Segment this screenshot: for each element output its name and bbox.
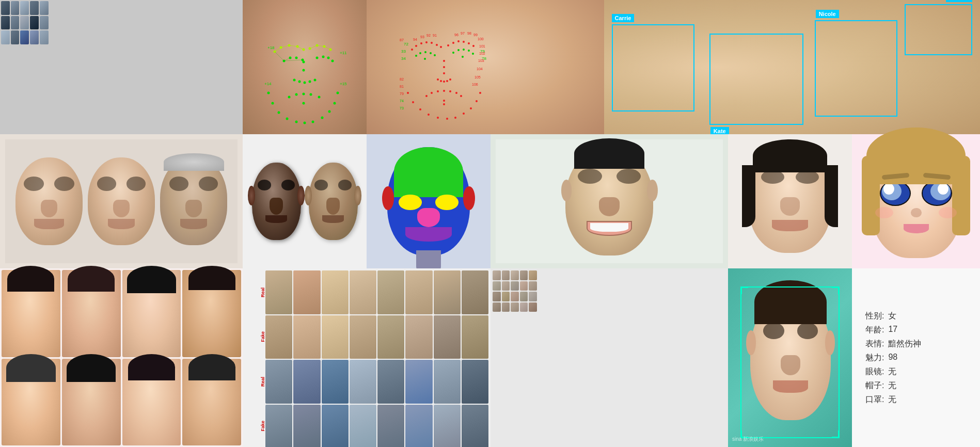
svg-point-78 bbox=[472, 45, 475, 47]
svg-text:103: 103 bbox=[478, 59, 484, 62]
svg-point-5 bbox=[304, 122, 306, 124]
svg-text:34: 34 bbox=[401, 56, 406, 61]
svg-text:100: 100 bbox=[478, 37, 484, 41]
expression-value: 黯然伤神 bbox=[888, 339, 921, 349]
svg-point-79 bbox=[443, 60, 445, 62]
svg-line-48 bbox=[310, 45, 317, 49]
list-item bbox=[30, 30, 39, 44]
svg-point-31 bbox=[316, 57, 319, 59]
charm-label: 魅力: bbox=[865, 353, 884, 363]
ai-female-faces-grid bbox=[0, 268, 243, 447]
svg-point-36 bbox=[295, 93, 298, 96]
svg-point-38 bbox=[310, 93, 312, 96]
list-item bbox=[20, 16, 29, 30]
svg-text:93: 93 bbox=[420, 35, 424, 39]
face-dense-landmarks: 72 33 34 79 78 94 93 92 91 96 97 98 99 1… bbox=[367, 0, 604, 134]
svg-point-58 bbox=[428, 114, 430, 116]
svg-text:+18: +18 bbox=[267, 45, 275, 50]
svg-point-83 bbox=[440, 80, 442, 82]
svg-point-76 bbox=[463, 41, 465, 43]
svg-line-41 bbox=[275, 52, 284, 61]
thumb-grid bbox=[1, 1, 49, 44]
svg-point-95 bbox=[463, 49, 465, 51]
svg-point-90 bbox=[430, 52, 432, 54]
svg-text:106: 106 bbox=[472, 83, 478, 86]
rec-box-nicole: Nicole bbox=[815, 20, 897, 117]
main-grid: +18 +11 +14 +15 bbox=[0, 0, 980, 447]
face-recognition-grid bbox=[491, 268, 728, 447]
info-row-charm: 魅力: 98 bbox=[865, 353, 967, 363]
svg-line-44 bbox=[275, 47, 281, 52]
svg-point-6 bbox=[312, 121, 314, 123]
svg-text:82: 82 bbox=[400, 77, 404, 81]
svg-point-73 bbox=[447, 44, 449, 46]
rec-box-carrie: Carrie bbox=[612, 24, 694, 111]
svg-point-61 bbox=[454, 117, 456, 119]
hat-label: 帽子: bbox=[865, 380, 884, 391]
rec-box-jessica: Jessica bbox=[905, 4, 972, 55]
svg-point-68 bbox=[420, 42, 422, 44]
svg-point-104 bbox=[455, 92, 457, 94]
asian-woman-oval bbox=[749, 150, 831, 253]
segmented-face bbox=[387, 147, 470, 256]
svg-point-7 bbox=[321, 117, 324, 119]
svg-line-43 bbox=[284, 58, 290, 61]
face-landmark-68: +18 +11 +14 +15 bbox=[243, 0, 367, 134]
ai-face-3 bbox=[122, 270, 181, 357]
svg-point-82 bbox=[437, 78, 439, 81]
detection-box bbox=[740, 286, 840, 438]
info-row-age: 年龄: 17 bbox=[865, 325, 967, 336]
svg-point-56 bbox=[412, 101, 414, 103]
jessica-label: Jessica bbox=[946, 0, 973, 2]
svg-point-0 bbox=[267, 92, 270, 94]
svg-line-50 bbox=[324, 46, 330, 50]
svg-point-63 bbox=[470, 107, 472, 109]
svg-point-64 bbox=[476, 100, 478, 102]
asian-faces-photos bbox=[491, 134, 728, 268]
svg-point-62 bbox=[463, 113, 465, 115]
svg-point-75 bbox=[457, 40, 460, 42]
mask-detection-thumbnails bbox=[0, 0, 243, 134]
3d-face-light bbox=[309, 163, 358, 240]
svg-point-80 bbox=[443, 66, 445, 68]
glasses-label: 眼镜: bbox=[865, 366, 884, 377]
svg-text:105: 105 bbox=[475, 75, 481, 79]
info-row-expression: 表情: 黯然伤神 bbox=[865, 339, 967, 349]
svg-text:+11: +11 bbox=[340, 51, 347, 55]
ai-face-6 bbox=[62, 359, 121, 446]
svg-point-88 bbox=[419, 52, 421, 54]
face-view-3 bbox=[160, 157, 227, 245]
svg-point-85 bbox=[446, 80, 448, 82]
svg-point-26 bbox=[314, 79, 317, 82]
anime-face-panel bbox=[852, 134, 980, 268]
svg-point-98 bbox=[462, 56, 464, 58]
svg-point-97 bbox=[472, 53, 474, 55]
svg-point-57 bbox=[419, 108, 421, 110]
list-item bbox=[40, 30, 49, 44]
info-row-glasses: 眼镜: 无 bbox=[865, 366, 967, 377]
svg-point-94 bbox=[457, 49, 460, 51]
mask-value: 无 bbox=[888, 394, 896, 405]
svg-point-66 bbox=[411, 49, 413, 51]
teal-face-detection: sina 新浪娱乐 bbox=[728, 268, 852, 447]
svg-point-106 bbox=[443, 100, 445, 102]
svg-point-70 bbox=[431, 42, 433, 44]
rec-box-kate: Kate bbox=[709, 34, 803, 125]
svg-point-8 bbox=[328, 110, 331, 113]
svg-text:87: 87 bbox=[400, 38, 404, 42]
svg-point-77 bbox=[468, 42, 470, 44]
gender-label: 性别: bbox=[865, 311, 884, 322]
svg-point-103 bbox=[449, 90, 451, 92]
svg-point-102 bbox=[443, 90, 445, 92]
svg-line-47 bbox=[297, 46, 304, 50]
svg-point-65 bbox=[479, 92, 481, 94]
svg-point-92 bbox=[424, 58, 426, 60]
list-item bbox=[1, 16, 10, 30]
svg-point-40 bbox=[303, 102, 305, 105]
svg-point-99 bbox=[425, 95, 428, 97]
ai-face-4 bbox=[182, 270, 241, 357]
svg-point-24 bbox=[304, 82, 306, 84]
age-value: 17 bbox=[888, 325, 897, 336]
svg-text:92: 92 bbox=[426, 34, 431, 37]
landmark-dots-svg: +18 +11 +14 +15 bbox=[243, 0, 367, 134]
